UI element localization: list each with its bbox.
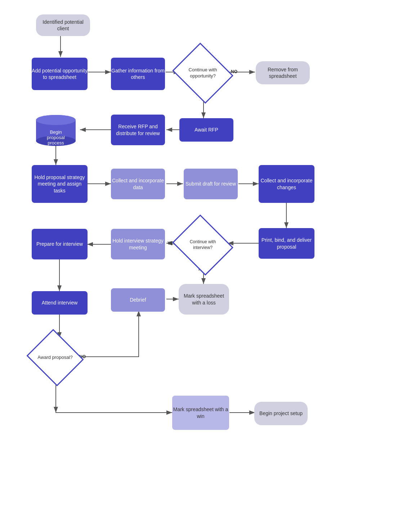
gather-info-node: Gather information from others [111, 58, 165, 90]
flowchart: NO YES YES NO NO YES Identified potentia… [0, 0, 420, 525]
prepare-interview-node: Prepare for interview [32, 229, 88, 259]
begin-proposal-node: Begin proposal process [32, 114, 79, 146]
svg-text:Begin: Begin [50, 129, 62, 135]
mark-loss-node: Mark spreadsheet with a loss [179, 284, 229, 315]
receive-rfp-node: Receive RFP and distribute for review [111, 115, 165, 145]
svg-text:process: process [48, 140, 64, 146]
no-label-1: NO [231, 69, 237, 74]
continue-opportunity-diamond: Continue with opportunity? [172, 43, 233, 104]
begin-project-node: Begin project setup [254, 402, 308, 425]
award-proposal-diamond: Award proposal? [26, 329, 84, 386]
identified-client-node: Identified potential client [36, 14, 90, 36]
collect-data-node: Collect and incorporate data [111, 169, 165, 199]
svg-point-24 [36, 115, 76, 125]
svg-text:proposal: proposal [47, 135, 65, 140]
await-rfp-node: Await RFP [179, 118, 233, 142]
collect-changes-node: Collect and incorporate changes [259, 165, 314, 203]
submit-draft-node: Submit draft for review [184, 169, 238, 199]
mark-win-node: Mark spreadsheet with a win [172, 396, 229, 430]
attend-interview-node: Attend interview [32, 291, 88, 315]
remove-spreadsheet-node: Remove from spreadsheet [256, 61, 310, 84]
add-opportunity-node: Add potential opportunity to spreadsheet [32, 58, 88, 90]
hold-interview-node: Hold interview strategy meeting [111, 229, 165, 259]
continue-interview-diamond: Continue with interview? [172, 214, 233, 276]
hold-proposal-node: Hold proposal strategy meeting and assig… [32, 165, 88, 203]
print-deliver-node: Print, bind, and deliver proposal [259, 228, 314, 259]
debrief-node: Debrief [111, 288, 165, 312]
